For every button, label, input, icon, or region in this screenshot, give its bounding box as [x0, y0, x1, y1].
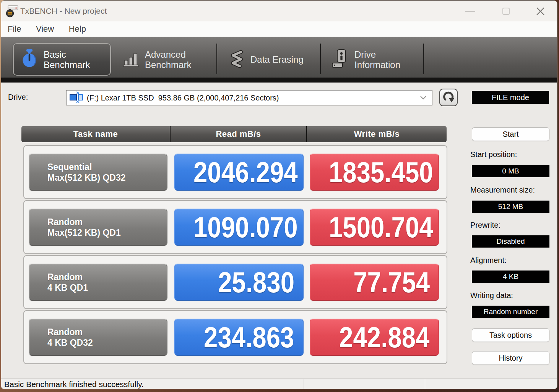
writing-data-value[interactable]: Random number [472, 306, 549, 318]
refresh-arrow-icon [442, 91, 455, 104]
tab-separator [320, 44, 321, 74]
tab-separator [423, 44, 424, 74]
read-value: 234.863 [174, 319, 304, 356]
tab-drive-information[interactable]: DriveInformation [325, 43, 421, 76]
minimize-button[interactable] [461, 2, 479, 20]
measurement-size-label: Measurement size: [470, 186, 535, 194]
start-position-label: Start position: [470, 150, 517, 159]
tab-label: AdvancedBenchmark [145, 49, 191, 70]
minimize-icon [465, 11, 475, 11]
client-area: Drive: (F:) Lexar 1TB SSD 953.86 GB (2,0… [1, 83, 557, 378]
drive-info-icon [332, 49, 349, 70]
read-value: 2046.294 [174, 154, 304, 191]
task-button-random-qd1[interactable]: RandomMax(512 KB) QD1 [29, 209, 167, 246]
measurement-size-value[interactable]: 512 MB [472, 201, 549, 213]
start-position-value[interactable]: 0 MB [472, 165, 549, 177]
disk-partition-icon [69, 91, 84, 104]
title-bar[interactable]: TxBENCH - New project [1, 1, 557, 21]
close-icon [535, 6, 546, 16]
file-mode-badge[interactable]: FILE mode [472, 91, 549, 104]
header-task-name: Task name [21, 126, 170, 142]
header-read: Read mB/s [171, 126, 306, 142]
maximize-icon [502, 8, 510, 15]
table-row: Random4 KB QD1 25.830 77.754 [23, 255, 447, 309]
task-button-random-4kb-qd32[interactable]: Random4 KB QD32 [29, 319, 167, 356]
stopwatch-icon [21, 49, 38, 70]
task-button-sequential-qd32[interactable]: SequentialMax(512 KB) QD32 [29, 154, 167, 191]
alignment-value[interactable]: 4 KB [472, 271, 549, 283]
table-row: Random4 KB QD32 234.863 242.884 [23, 310, 447, 364]
drive-selected-option: (F:) Lexar 1TB SSD 953.86 GB (2,000,407,… [87, 94, 420, 102]
read-value: 25.830 [174, 264, 304, 301]
status-bar: Basic Benchmark finished successfully. [1, 378, 557, 389]
write-value: 77.754 [310, 264, 439, 301]
drive-label: Drive: [8, 93, 28, 102]
app-icon [5, 4, 19, 19]
start-button[interactable]: Start [472, 127, 549, 141]
task-button-random-4kb-qd1[interactable]: Random4 KB QD1 [29, 264, 167, 301]
close-button[interactable] [531, 2, 549, 20]
tab-bar-bottom-band [1, 78, 557, 83]
table-row: RandomMax(512 KB) QD1 1090.070 1500.704 [23, 200, 447, 254]
refresh-drives-button[interactable] [439, 89, 458, 106]
eraser-zigzag-icon [228, 49, 245, 70]
prewrite-label: Prewrite: [470, 221, 500, 230]
drive-select[interactable]: (F:) Lexar 1TB SSD 953.86 GB (2,000,407,… [66, 90, 432, 105]
menu-bar: File View Help [1, 21, 557, 37]
header-write: Write mB/s [307, 126, 447, 142]
tab-separator [216, 44, 217, 74]
app-window: TxBENCH - New project File View Help [1, 0, 557, 389]
window-title: TxBENCH - New project [20, 1, 107, 21]
write-value: 1835.450 [310, 154, 439, 191]
read-value: 1090.070 [174, 209, 304, 246]
benchmark-table-header: Task name Read mB/s Write mB/s [21, 126, 447, 142]
tab-label: DriveInformation [354, 49, 400, 70]
tab-label: Data Erasing [250, 54, 304, 65]
tab-label: BasicBenchmark [44, 49, 90, 70]
status-separator [304, 379, 304, 389]
status-message: Basic Benchmark finished successfully. [4, 379, 144, 389]
tab-basic-benchmark[interactable]: BasicBenchmark [13, 43, 111, 76]
table-row: SequentialMax(512 KB) QD32 2046.294 1835… [23, 145, 447, 199]
bar-chart-icon [123, 50, 140, 69]
status-separator [425, 379, 425, 389]
task-options-button[interactable]: Task options [472, 328, 549, 342]
maximize-button[interactable] [497, 2, 515, 20]
menu-help[interactable]: Help [62, 21, 93, 37]
tab-bar: BasicBenchmark AdvancedBenchmark [1, 37, 557, 78]
history-button[interactable]: History [472, 351, 549, 365]
tab-data-erasing[interactable]: Data Erasing [221, 43, 317, 76]
write-value: 242.884 [310, 319, 439, 356]
menu-view[interactable]: View [29, 21, 60, 37]
prewrite-value[interactable]: Disabled [472, 235, 549, 248]
alignment-label: Alignment: [470, 256, 507, 265]
writing-data-label: Writing data: [470, 291, 513, 300]
write-value: 1500.704 [310, 209, 439, 246]
tab-advanced-benchmark[interactable]: AdvancedBenchmark [116, 43, 214, 76]
chevron-down-icon[interactable] [420, 94, 427, 101]
menu-file[interactable]: File [1, 21, 28, 37]
